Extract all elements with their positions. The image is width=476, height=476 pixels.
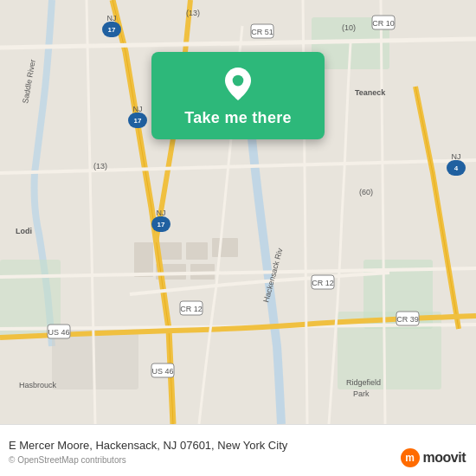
svg-text:Teaneck: Teaneck	[355, 88, 386, 97]
svg-text:(10): (10)	[342, 23, 356, 32]
moovit-icon: m	[401, 448, 420, 467]
attribution-text: © OpenStreetMap contributors	[9, 455, 467, 465]
cta-card: Take me there	[151, 52, 325, 139]
svg-text:NJ: NJ	[107, 14, 117, 23]
svg-text:17: 17	[134, 117, 142, 125]
svg-text:17: 17	[158, 221, 165, 228]
svg-text:NJ: NJ	[157, 209, 166, 217]
svg-text:US 46: US 46	[48, 328, 69, 337]
svg-text:CR 12: CR 12	[312, 279, 334, 287]
svg-text:Hasbrouck: Hasbrouck	[19, 381, 57, 389]
svg-rect-7	[186, 242, 208, 260]
svg-text:Ridgefield: Ridgefield	[346, 378, 381, 387]
svg-point-56	[233, 75, 244, 87]
svg-text:CR 12: CR 12	[180, 305, 203, 313]
map-container: 17 NJ 17 NJ 17 NJ CR 51 CR 10 (10) (13) …	[0, 0, 476, 424]
svg-text:Lodi: Lodi	[16, 227, 32, 235]
svg-rect-8	[212, 238, 238, 257]
address-text: E Mercer Moore, Hackensack, NJ 07601, Ne…	[9, 438, 467, 453]
svg-text:CR 10: CR 10	[372, 19, 395, 28]
svg-text:CR 39: CR 39	[396, 315, 419, 324]
svg-text:17: 17	[108, 26, 116, 34]
svg-text:CR 51: CR 51	[251, 28, 273, 36]
moovit-logo: m moovit	[401, 448, 466, 467]
svg-rect-11	[134, 242, 153, 277]
bottom-bar: E Mercer Moore, Hackensack, NJ 07601, Ne…	[0, 424, 476, 476]
location-pin-icon	[222, 68, 254, 100]
svg-text:Park: Park	[353, 389, 370, 398]
svg-text:(60): (60)	[359, 188, 373, 196]
take-me-there-button[interactable]: Take me there	[184, 109, 292, 127]
svg-text:US 46: US 46	[151, 367, 173, 376]
svg-text:(13): (13)	[186, 9, 200, 17]
svg-text:4: 4	[454, 164, 459, 172]
svg-text:NJ: NJ	[133, 105, 143, 113]
svg-text:(13): (13)	[93, 162, 107, 170]
svg-text:NJ: NJ	[452, 152, 461, 161]
moovit-brand-text: moovit	[423, 450, 466, 466]
